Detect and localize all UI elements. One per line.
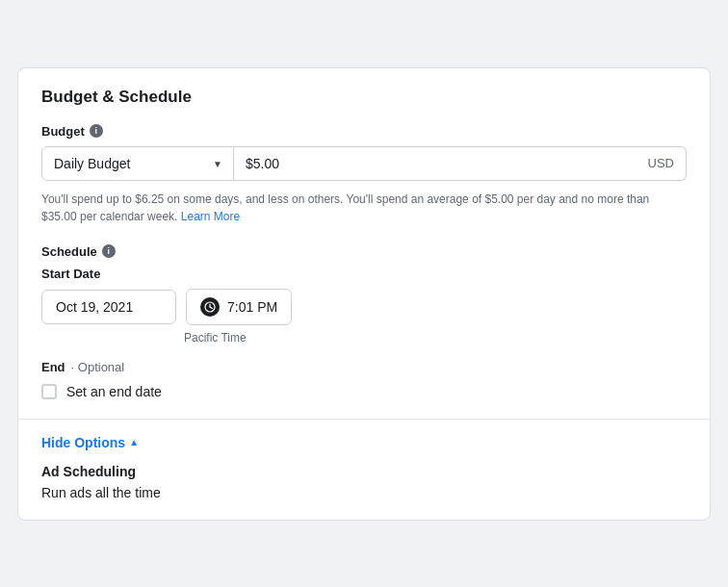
svg-line-2 xyxy=(210,307,213,309)
budget-section: Budget i Daily Budget Lifetime Budget ▼ … xyxy=(41,124,687,225)
clock-icon xyxy=(200,297,220,317)
start-date-label: Start Date xyxy=(41,267,687,281)
currency-label: USD xyxy=(648,156,674,170)
ad-scheduling-title: Ad Scheduling xyxy=(41,464,687,479)
end-date-checkbox-label: Set an end date xyxy=(66,384,162,399)
start-date-input[interactable] xyxy=(41,290,176,324)
end-date-checkbox-row: Set an end date xyxy=(41,384,687,399)
optional-label: · Optional xyxy=(71,360,125,374)
page-title: Budget & Schedule xyxy=(41,88,687,107)
time-picker-button[interactable]: 7:01 PM xyxy=(186,289,292,325)
hide-options-button[interactable]: Hide Options ▲ xyxy=(41,435,139,450)
time-value: 7:01 PM xyxy=(227,299,277,315)
budget-type-wrapper: Daily Budget Lifetime Budget ▼ xyxy=(41,146,234,181)
budget-label: Budget i xyxy=(41,124,687,139)
hide-options-label: Hide Options xyxy=(41,435,125,450)
chevron-up-icon: ▲ xyxy=(129,437,139,447)
end-date-checkbox[interactable] xyxy=(41,384,57,399)
end-label-row: End · Optional xyxy=(41,360,687,374)
budget-note: You'll spend up to $6.25 on some days, a… xyxy=(41,191,687,225)
budget-schedule-card: Budget & Schedule Budget i Daily Budget … xyxy=(17,67,711,521)
schedule-section: Schedule i Start Date 7:01 PM Pacific Ti… xyxy=(41,244,687,399)
budget-amount-wrapper: USD xyxy=(234,146,687,181)
date-time-row: 7:01 PM xyxy=(41,289,687,325)
budget-row: Daily Budget Lifetime Budget ▼ USD xyxy=(41,146,687,181)
learn-more-link[interactable]: Learn More xyxy=(181,210,240,223)
end-label: End xyxy=(41,360,65,374)
ad-scheduling-section: Ad Scheduling Run ads all the time xyxy=(41,464,687,500)
budget-type-select[interactable]: Daily Budget Lifetime Budget xyxy=(41,146,234,181)
timezone-label: Pacific Time xyxy=(184,331,687,345)
schedule-label: Schedule i xyxy=(41,244,687,259)
budget-info-icon[interactable]: i xyxy=(90,124,103,138)
budget-amount-input[interactable] xyxy=(246,156,648,171)
section-divider xyxy=(18,419,710,420)
ad-scheduling-value: Run ads all the time xyxy=(41,485,687,500)
schedule-info-icon[interactable]: i xyxy=(102,244,116,258)
